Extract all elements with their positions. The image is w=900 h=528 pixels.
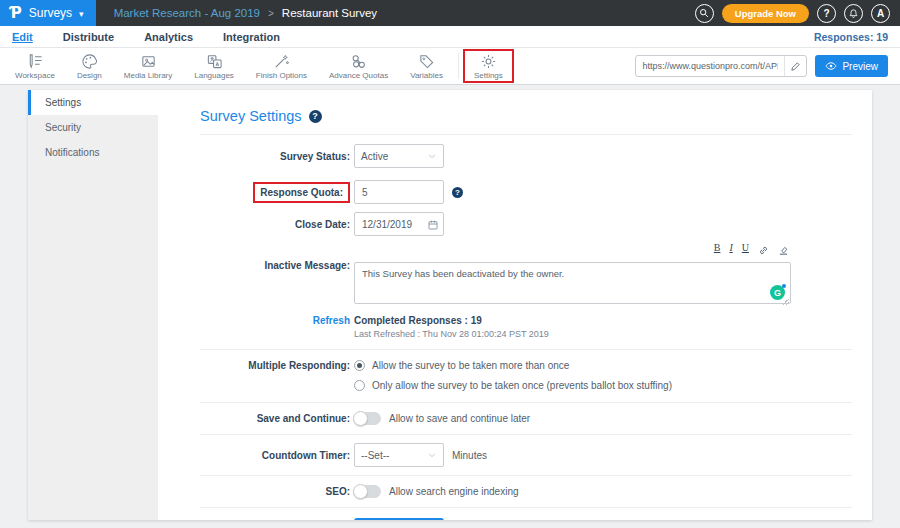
radio-selected-icon [354,360,365,371]
tag-icon [418,53,435,70]
menu-distribute[interactable]: Distribute [63,31,114,43]
calendar-icon [427,219,439,231]
upgrade-now-button[interactable]: Upgrade Now [722,4,809,23]
avatar[interactable]: A [871,4,890,23]
italic-button[interactable]: I [729,242,732,260]
seo-toggle[interactable] [354,485,381,498]
save-continue-label: Save and Continue: [158,413,350,424]
countdown-timer-select[interactable]: --Set-- [354,443,444,467]
tool-design[interactable]: Design [66,49,113,83]
image-icon [140,53,157,70]
sidebar-item-notifications[interactable]: Notifications [28,140,158,165]
eye-icon [825,60,837,72]
survey-toolbar: Workspace Design Media Library Languages [0,48,900,85]
toggle-knob [353,411,368,426]
countdown-timer-row: Countdown Timer: --Set-- Minutes [158,443,872,467]
seo-hint: Allow search engine indexing [389,486,519,497]
gear-icon [480,53,497,70]
tool-advance-quotas[interactable]: Advance Quotas [318,49,399,83]
preview-button[interactable]: Preview [815,55,888,77]
menu-integration[interactable]: Integration [223,31,280,43]
inactive-message-label: Inactive Message: [158,242,350,271]
divider [200,402,852,403]
survey-status-row: Survey Status: Active [158,144,872,168]
breadcrumb-current: Restaurant Survey [282,7,377,19]
clear-format-button[interactable] [778,242,789,260]
bold-button[interactable]: B [714,242,721,260]
refresh-link[interactable]: Refresh [313,315,350,326]
seo-row: SEO: Allow search engine indexing [158,485,872,498]
last-refreshed: Last Refreshed : Thu Nov 28 01:00:24 PST… [354,329,549,339]
response-quota-label: Response Quota: [253,182,350,203]
settings-card: Settings Security Notifications Survey S… [28,90,872,520]
survey-status-select[interactable]: Active [354,144,444,168]
sidebar-item-security[interactable]: Security [28,115,158,140]
title-help-icon[interactable]: ? [309,110,322,123]
tool-settings[interactable]: Settings [463,49,514,83]
save-row: Save Changes [158,518,872,520]
pencil-icon [790,61,801,72]
tool-workspace[interactable]: Workspace [4,49,66,83]
save-continue-toggle[interactable] [354,412,381,425]
countdown-units: Minutes [452,450,487,461]
inactive-message-textarea[interactable]: This Survey has been deactivated by the … [354,262,791,304]
underline-button[interactable]: U [742,242,749,260]
clear-format-icon [778,245,789,256]
quota-help-icon[interactable]: ? [452,187,463,198]
sidebar-item-settings[interactable]: Settings [28,90,158,115]
multiple-responding-row: Multiple Responding: Allow the survey to… [158,360,872,391]
menu-analytics[interactable]: Analytics [144,31,193,43]
search-icon [699,8,709,18]
multiple-responding-label: Multiple Responding: [158,360,350,371]
menu-bar: Edit Distribute Analytics Integration Re… [0,26,900,48]
radio-once-only[interactable]: Only allow the survey to be taken once (… [354,380,672,391]
breadcrumb-parent[interactable]: Market Research - Aug 2019 [114,7,260,19]
link-icon [758,245,769,256]
resize-handle[interactable] [782,298,789,305]
chevron-down-icon [427,151,437,161]
top-bar: Ƥ Surveys ▾ Market Research - Aug 2019 >… [0,0,900,26]
tool-languages[interactable]: Languages [183,49,245,83]
tool-finish-options[interactable]: Finish Options [245,49,318,83]
menu-edit[interactable]: Edit [12,31,33,43]
toolbar-right: Preview [635,55,896,77]
insert-link-button[interactable] [758,242,769,260]
response-quota-input[interactable] [354,180,444,204]
surveys-menu[interactable]: Ƥ Surveys ▾ [0,0,96,26]
calendar-button[interactable] [427,217,439,235]
divider [200,434,852,435]
search-button[interactable] [695,4,714,23]
toolbar-separator [458,53,459,79]
save-changes-button[interactable]: Save Changes [354,518,444,520]
chain-links-icon [350,53,367,70]
divider [200,507,852,508]
questionpro-logo-icon: Ƥ [10,4,22,22]
tool-media-library[interactable]: Media Library [113,49,183,83]
survey-url-box [635,55,807,77]
responses-count: Responses: 19 [814,31,888,43]
page-title: Survey Settings [200,108,302,124]
divider [200,349,852,350]
inactive-message-wrap: This Survey has been deactivated by the … [354,262,791,308]
settings-sidebar: Settings Security Notifications [28,90,158,520]
edit-url-button[interactable] [784,55,806,77]
survey-status-label: Survey Status: [158,151,350,162]
product-name: Surveys [29,6,72,20]
topbar-actions: Upgrade Now ? A [695,4,900,23]
survey-url-input[interactable] [636,61,784,71]
divider [200,134,852,135]
help-button[interactable]: ? [817,4,836,23]
divider [200,475,852,476]
seo-label: SEO: [158,486,350,497]
editor-toolbar: B I U [354,242,791,262]
radio-multiple-allowed[interactable]: Allow the survey to be taken more than o… [354,360,569,371]
save-continue-hint: Allow to save and continue later [389,413,530,424]
save-continue-row: Save and Continue: Allow to save and con… [158,412,872,425]
breadcrumb-separator: > [268,8,274,19]
chevron-down-icon: ▾ [79,9,84,19]
radio-unselected-icon [354,380,365,391]
translate-icon [206,53,223,70]
toggle-knob [353,484,368,499]
tool-variables[interactable]: Variables [399,49,454,83]
notifications-button[interactable] [844,4,863,23]
